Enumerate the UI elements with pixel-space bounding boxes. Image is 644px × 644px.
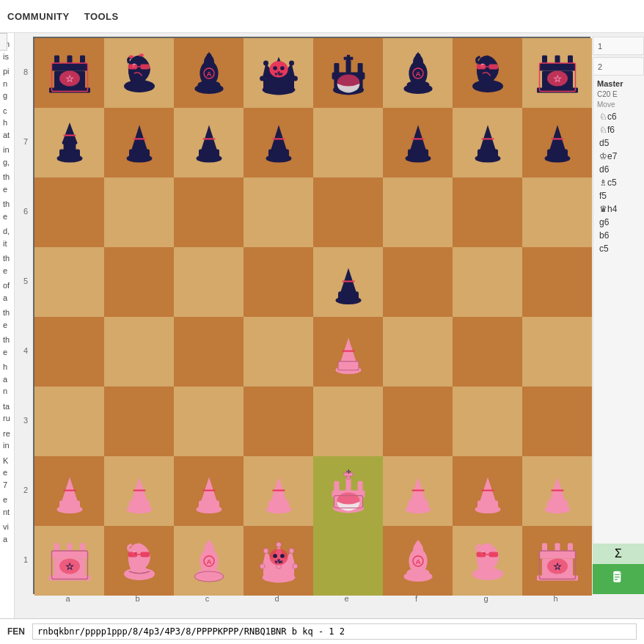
square-g2[interactable] <box>453 456 522 526</box>
piece-dark-knight-b8 <box>114 48 165 99</box>
square-f3[interactable] <box>383 387 453 456</box>
square-c8[interactable]: A <box>174 38 244 108</box>
dropdown-button[interactable]: ▼ <box>0 33 7 51</box>
square-d8[interactable] <box>244 38 313 108</box>
square-b1[interactable] <box>104 526 174 596</box>
move-Bc5[interactable]: ♗c5 <box>597 176 640 189</box>
move-b6[interactable]: b6 <box>597 229 640 242</box>
square-b4[interactable] <box>104 317 174 387</box>
svg-rect-12 <box>129 55 133 58</box>
svg-rect-63 <box>537 87 578 92</box>
square-d3[interactable] <box>244 387 313 456</box>
square-c7[interactable] <box>174 108 244 178</box>
square-d1[interactable] <box>244 526 313 596</box>
square-g4[interactable] <box>453 317 522 387</box>
square-c4[interactable] <box>174 317 244 387</box>
square-b7[interactable] <box>104 108 174 178</box>
square-g6[interactable] <box>453 178 522 247</box>
left-text-13: taru <box>1 399 12 426</box>
square-a4[interactable] <box>34 317 104 387</box>
svg-rect-44 <box>343 56 353 59</box>
square-f7[interactable] <box>383 108 453 178</box>
square-a7[interactable] <box>34 108 104 178</box>
square-c3[interactable] <box>174 387 244 456</box>
square-a5[interactable] <box>34 247 104 317</box>
square-b2[interactable] <box>104 456 174 526</box>
row-1: 1 <box>23 524 28 594</box>
piece-dark-queen-d8 <box>253 48 304 99</box>
square-f6[interactable] <box>383 178 453 247</box>
square-f5[interactable] <box>383 247 453 317</box>
square-h4[interactable] <box>522 317 592 387</box>
move-g6[interactable]: g6 <box>597 216 640 229</box>
square-f4[interactable] <box>383 317 453 387</box>
square-c1[interactable]: A <box>174 526 244 596</box>
move-Nc6[interactable]: ♘c6 <box>597 110 640 123</box>
square-e6[interactable] <box>313 178 383 247</box>
move-Qh4[interactable]: ♛h4 <box>597 202 640 216</box>
square-e7[interactable] <box>313 108 383 178</box>
svg-rect-15 <box>140 64 150 69</box>
square-g8[interactable] <box>453 38 522 108</box>
square-f2[interactable] <box>383 456 453 526</box>
nav-community[interactable]: COMMUNITY <box>7 11 70 22</box>
square-e4[interactable] <box>313 317 383 387</box>
square-b8[interactable] <box>104 38 174 108</box>
square-h8[interactable]: ☆ <box>522 38 592 108</box>
square-h2[interactable] <box>522 456 592 526</box>
move-d5[interactable]: d5 <box>597 136 640 150</box>
square-h3[interactable] <box>522 387 592 456</box>
square-e2[interactable]: ✛ <box>313 456 383 526</box>
square-d4[interactable] <box>244 317 313 387</box>
square-a3[interactable] <box>34 387 104 456</box>
move-c5[interactable]: c5 <box>597 242 640 255</box>
piece-dark-pawn-a7 <box>44 117 95 169</box>
square-g1[interactable] <box>453 526 522 596</box>
square-d5[interactable] <box>244 247 313 317</box>
square-g7[interactable] <box>453 108 522 178</box>
move-d6[interactable]: d6 <box>597 163 640 176</box>
left-text-5: the <box>1 169 12 197</box>
left-text-7: d, it <box>1 224 12 251</box>
square-e3[interactable] <box>313 387 383 456</box>
sigma-button[interactable]: Σ <box>593 544 644 564</box>
square-g5[interactable] <box>453 247 522 317</box>
fen-input[interactable] <box>32 623 637 640</box>
square-a2[interactable] <box>34 456 104 526</box>
svg-point-86 <box>410 146 425 151</box>
move-f5[interactable]: f5 <box>597 189 640 202</box>
nav-tools[interactable]: TOOLS <box>84 11 119 22</box>
square-e1[interactable] <box>313 526 383 596</box>
green-doc-button[interactable] <box>593 564 644 594</box>
square-g3[interactable] <box>453 387 522 456</box>
left-text-14: rein <box>1 426 12 453</box>
square-a6[interactable] <box>34 178 104 247</box>
move-Nf6[interactable]: ♘f6 <box>597 123 640 136</box>
square-b3[interactable] <box>104 387 174 456</box>
square-a8[interactable]: ☆ <box>34 38 104 108</box>
square-h6[interactable] <box>522 178 592 247</box>
left-sidebar: this ping chat ing, the the d, it the of… <box>0 33 15 644</box>
square-b6[interactable] <box>104 178 174 247</box>
square-b5[interactable] <box>104 247 174 317</box>
square-f1[interactable]: A <box>383 526 453 596</box>
square-d7[interactable] <box>244 108 313 178</box>
square-h7[interactable] <box>522 108 592 178</box>
square-e5[interactable] <box>313 247 383 317</box>
doc-icon <box>611 570 626 585</box>
square-e8[interactable] <box>313 38 383 108</box>
square-d6[interactable] <box>244 178 313 247</box>
opening-code: C20 E <box>597 90 640 98</box>
square-d2[interactable] <box>244 456 313 526</box>
svg-rect-151 <box>49 575 90 580</box>
square-f8[interactable]: A <box>383 38 453 108</box>
svg-point-78 <box>201 146 216 151</box>
chess-board[interactable]: ☆ <box>33 37 590 594</box>
square-h1[interactable]: ☆ <box>522 526 592 596</box>
square-c6[interactable] <box>174 178 244 247</box>
square-h5[interactable] <box>522 247 592 317</box>
square-c5[interactable] <box>174 247 244 317</box>
square-a1[interactable]: ☆ <box>34 526 104 596</box>
move-Ke7[interactable]: ♔e7 <box>597 150 640 163</box>
square-c2[interactable] <box>174 456 244 526</box>
